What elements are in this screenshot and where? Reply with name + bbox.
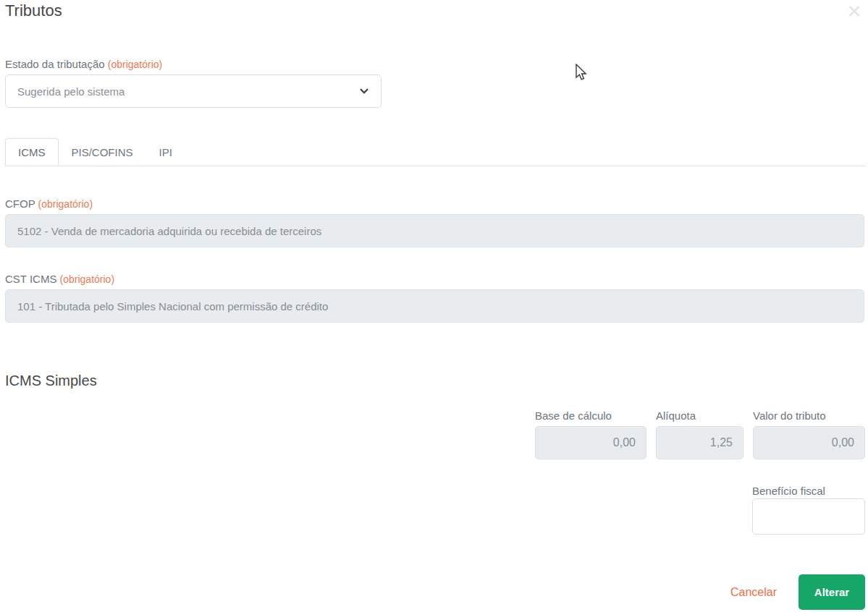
estado-tributacao-select[interactable]: Sugerida pelo sistema xyxy=(5,75,382,108)
cfop-label: CFOP (obrigatório) xyxy=(5,197,866,211)
cfop-input xyxy=(5,214,864,247)
required-marker: (obrigatório) xyxy=(108,59,162,70)
valor-tributo-label: Valor do tributo xyxy=(753,409,865,423)
beneficio-fiscal-field: Benefício fiscal xyxy=(5,484,866,535)
tab-ipi[interactable]: IPI xyxy=(146,138,185,166)
estado-tributacao-selected-value: Sugerida pelo sistema xyxy=(17,85,359,98)
valor-tributo-field: Valor do tributo xyxy=(753,409,865,459)
base-calculo-label: Base de cálculo xyxy=(535,409,646,423)
cancel-button[interactable]: Cancelar xyxy=(730,586,777,599)
beneficio-fiscal-input[interactable] xyxy=(752,498,865,535)
aliquota-input xyxy=(656,426,743,459)
chevron-down-icon xyxy=(359,86,369,96)
cst-icms-input xyxy=(5,289,864,323)
icms-simples-heading: ICMS Simples xyxy=(5,372,866,389)
required-marker: (obrigatório) xyxy=(38,198,93,210)
alterar-button[interactable]: Alterar xyxy=(799,574,865,610)
cst-icms-label: CST ICMS (obrigatório) xyxy=(5,272,866,286)
required-marker: (obrigatório) xyxy=(60,273,114,285)
base-calculo-input xyxy=(535,426,646,459)
tab-icms[interactable]: ICMS xyxy=(5,138,59,166)
estado-tributacao-label: Estado da tributação (obrigatório) xyxy=(5,57,866,72)
page-title: Tributos xyxy=(5,1,866,20)
tab-pis-cofins[interactable]: PIS/COFINS xyxy=(59,138,146,166)
close-icon[interactable]: × xyxy=(842,0,867,23)
tax-tabs: ICMS PIS/COFINS IPI xyxy=(5,138,866,166)
base-calculo-field: Base de cálculo xyxy=(535,409,646,459)
valor-tributo-input xyxy=(753,426,865,459)
tributos-modal: Tributos × Estado da tributação (obrigat… xyxy=(0,0,868,612)
aliquota-field: Alíquota xyxy=(656,409,743,459)
modal-footer: Cancelar Alterar xyxy=(5,574,866,610)
icms-simples-values-row: Base de cálculo Alíquota Valor do tribut… xyxy=(5,409,866,459)
aliquota-label: Alíquota xyxy=(656,409,743,423)
beneficio-fiscal-label: Benefício fiscal xyxy=(752,484,865,498)
